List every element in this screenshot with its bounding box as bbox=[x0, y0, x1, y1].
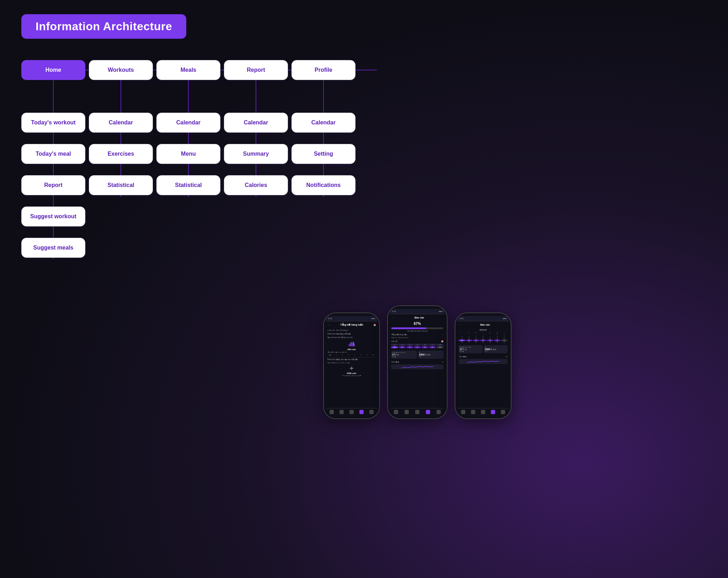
svg-rect-16 bbox=[353, 342, 354, 346]
nav-workouts[interactable]: Workouts bbox=[89, 60, 153, 80]
phone1-nav-profile[interactable] bbox=[369, 410, 374, 414]
phone3-nav-profile[interactable] bbox=[501, 410, 505, 414]
profile-setting[interactable]: Setting bbox=[291, 144, 355, 164]
phone3-nav-home[interactable] bbox=[461, 410, 465, 414]
phone-3: 9:41 ●●● ← Báo cáo ‹ 2023-04 › THBTSBC 1… bbox=[455, 312, 512, 419]
meals-calendar[interactable]: Calendar bbox=[156, 113, 220, 133]
workouts-statistical[interactable]: Statistical bbox=[89, 175, 153, 195]
svg-point-20 bbox=[351, 367, 352, 368]
svg-rect-13 bbox=[350, 343, 350, 346]
report-calories[interactable]: Calories bbox=[224, 175, 288, 195]
nav-meals[interactable]: Meals bbox=[156, 60, 220, 80]
svg-rect-17 bbox=[354, 343, 355, 346]
title-badge: Information Architecture bbox=[21, 14, 186, 39]
home-report[interactable]: Report bbox=[21, 175, 85, 195]
phone3-nav-report[interactable] bbox=[491, 410, 495, 414]
phone1-nav-home[interactable] bbox=[330, 410, 334, 414]
phone3-title: Báo cáo bbox=[464, 322, 507, 327]
profile-notifications[interactable]: Notifications bbox=[291, 175, 355, 195]
svg-rect-14 bbox=[351, 342, 352, 346]
phone1-nav-workout[interactable] bbox=[339, 410, 344, 414]
nav-home[interactable]: Home bbox=[21, 60, 85, 80]
home-suggest-meals[interactable]: Suggest meals bbox=[21, 238, 85, 258]
phone2-nav-profile[interactable] bbox=[437, 410, 441, 414]
phone1-nav-report[interactable] bbox=[359, 410, 364, 414]
report-summary[interactable]: Summary bbox=[224, 144, 288, 164]
workouts-exercises[interactable]: Exercises bbox=[89, 144, 153, 164]
svg-rect-12 bbox=[349, 344, 349, 346]
nav-profile[interactable]: Profile bbox=[291, 60, 355, 80]
meals-menu[interactable]: Menu bbox=[156, 144, 220, 164]
home-today-workout[interactable]: Today's workout bbox=[21, 113, 85, 133]
nav-report[interactable]: Report bbox=[224, 60, 288, 80]
page-title: Information Architecture bbox=[36, 20, 172, 33]
home-suggest-workout[interactable]: Suggest workout bbox=[21, 207, 85, 226]
phone-1: 9:41 ●●● ← Tổng kết hàng tuần 📅 ● Nov 19… bbox=[323, 312, 380, 419]
workouts-calendar[interactable]: Calendar bbox=[89, 113, 153, 133]
phone2-nav-meal[interactable] bbox=[415, 410, 419, 414]
phone2-percent: 67% bbox=[390, 321, 445, 326]
svg-rect-15 bbox=[352, 343, 353, 346]
phone3-nav-meal[interactable] bbox=[481, 410, 485, 414]
phone3-nav-workout[interactable] bbox=[471, 410, 475, 414]
profile-calendar[interactable]: Calendar bbox=[291, 113, 355, 133]
phones-section: 9:41 ●●● ← Tổng kết hàng tuần 📅 ● Nov 19… bbox=[21, 305, 707, 419]
phone-2: 9:41 ●●● ← Báo cáo 67% 1 âm độ hoàn thàn… bbox=[387, 305, 448, 419]
phone2-nav-home[interactable] bbox=[394, 410, 398, 414]
phone2-nav-workout[interactable] bbox=[405, 410, 409, 414]
report-calendar[interactable]: Calendar bbox=[224, 113, 288, 133]
phone2-title: Báo cáo bbox=[396, 315, 443, 320]
phone1-title: Tổng kết hàng tuần bbox=[331, 322, 372, 327]
home-today-meal[interactable]: Today's meal bbox=[21, 144, 85, 164]
ia-diagram: Home Workouts Meals Report Profile Today… bbox=[21, 60, 395, 291]
meals-statistical[interactable]: Statistical bbox=[156, 175, 220, 195]
phone2-nav-report[interactable] bbox=[426, 410, 430, 414]
phone1-nav-meal[interactable] bbox=[349, 410, 354, 414]
svg-point-21 bbox=[351, 369, 352, 370]
